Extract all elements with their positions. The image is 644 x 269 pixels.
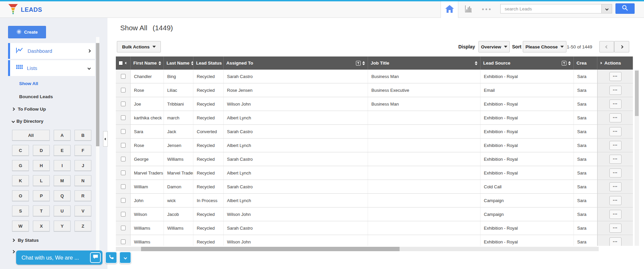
- row-actions-button[interactable]: •••: [609, 141, 622, 150]
- horizontal-scrollbar[interactable]: [116, 247, 599, 251]
- directory-letter-z[interactable]: Z: [75, 221, 91, 231]
- table-row[interactable]: Sara Jack Converted Sarah Castro Exhibit…: [116, 125, 633, 139]
- column-header-lead-source[interactable]: Lead Source: [480, 56, 574, 70]
- sidebar-section-collapsed[interactable]: [12, 251, 14, 253]
- vertical-scrollbar-thumb[interactable]: [635, 71, 639, 116]
- home-button[interactable]: [441, 1, 458, 18]
- row-actions-button[interactable]: •••: [609, 182, 622, 191]
- reports-button[interactable]: [463, 4, 473, 14]
- row-actions-button[interactable]: •••: [609, 224, 622, 233]
- directory-letter-u[interactable]: U: [54, 205, 71, 216]
- directory-letter-t[interactable]: T: [33, 205, 50, 216]
- filter-icon[interactable]: [562, 61, 566, 66]
- table-row[interactable]: George Williams Recycled Sarah Castro Ex…: [116, 152, 633, 166]
- chat-phone-button[interactable]: [105, 252, 117, 264]
- sidebar-item-bounced-leads[interactable]: Bounced Leads: [19, 94, 53, 99]
- sidebar-section-by-directory[interactable]: By Directory: [12, 119, 43, 124]
- row-actions-button[interactable]: •••: [609, 113, 622, 122]
- chat-minimize-button[interactable]: [119, 252, 131, 264]
- next-page-button[interactable]: [614, 41, 629, 52]
- directory-letter-j[interactable]: J: [75, 160, 91, 171]
- table-row[interactable]: Joe Tribbiani Recycled Wilson John Busin…: [116, 97, 633, 111]
- scroll-left-icon[interactable]: [125, 62, 127, 64]
- column-header-first-name[interactable]: First Name: [131, 56, 164, 70]
- select-all-checkbox[interactable]: [119, 61, 123, 65]
- row-actions-button[interactable]: •••: [609, 86, 622, 95]
- directory-letter-p[interactable]: P: [33, 190, 50, 201]
- sidebar-item-lists[interactable]: Lists: [8, 60, 95, 76]
- horizontal-scrollbar-thumb[interactable]: [141, 247, 400, 251]
- sort-icon[interactable]: [475, 61, 477, 65]
- sidebar-scrollbar-thumb[interactable]: [96, 43, 99, 146]
- search-scope-dropdown[interactable]: [602, 4, 612, 13]
- table-row[interactable]: William Damon Recycled Sarah Castro Cold…: [116, 180, 633, 194]
- directory-letter-g[interactable]: G: [12, 160, 29, 171]
- row-checkbox[interactable]: [121, 170, 126, 175]
- previous-page-button[interactable]: [599, 41, 614, 52]
- column-header-created-truncated[interactable]: Crea: [574, 56, 597, 70]
- create-button[interactable]: Create: [8, 26, 46, 38]
- directory-letter-i[interactable]: I: [54, 160, 71, 171]
- search-button[interactable]: [615, 3, 635, 14]
- directory-letter-d[interactable]: D: [33, 145, 50, 156]
- sidebar-section-by-status[interactable]: By Status: [12, 238, 39, 243]
- row-checkbox[interactable]: [121, 74, 126, 79]
- table-row[interactable]: John wick In Process Albert Lynch Campai…: [116, 194, 633, 207]
- directory-letter-o[interactable]: O: [12, 190, 29, 201]
- directory-letter-l[interactable]: L: [33, 175, 50, 186]
- sort-icon[interactable]: [191, 61, 193, 65]
- sort-icon[interactable]: [568, 61, 571, 65]
- row-checkbox[interactable]: [121, 157, 126, 161]
- bulk-actions-button[interactable]: Bulk Actions: [117, 41, 161, 52]
- directory-letter-v[interactable]: V: [75, 205, 91, 216]
- directory-letter-h[interactable]: H: [33, 160, 50, 171]
- table-row[interactable]: Chandler Bing Recycled Sarah Castro Busi…: [116, 70, 633, 83]
- table-row[interactable]: Wilson Jacob Recycled Wilson John Campai…: [116, 207, 633, 221]
- row-actions-button[interactable]: •••: [609, 196, 622, 205]
- search-input[interactable]: [500, 4, 602, 13]
- column-header-job-title[interactable]: Job Title: [368, 56, 480, 70]
- directory-letter-r[interactable]: R: [75, 190, 91, 201]
- row-checkbox[interactable]: [121, 143, 126, 148]
- directory-letter-w[interactable]: W: [12, 221, 29, 231]
- row-checkbox[interactable]: [121, 212, 126, 217]
- sidebar-scrollbar[interactable]: [96, 37, 99, 252]
- sort-icon[interactable]: [362, 61, 365, 65]
- row-checkbox[interactable]: [121, 239, 126, 244]
- directory-letter-f[interactable]: F: [75, 145, 91, 156]
- directory-letter-k[interactable]: K: [12, 175, 29, 186]
- row-checkbox[interactable]: [121, 102, 126, 106]
- sort-icon[interactable]: [158, 61, 161, 65]
- table-row[interactable]: Williams Recycled Wilson John Exhibition…: [116, 235, 633, 246]
- sidebar-item-dashboard[interactable]: Dashboard: [8, 43, 95, 59]
- table-row[interactable]: Marvel Traders Marvel Traders Recycled A…: [116, 166, 633, 180]
- directory-letter-m[interactable]: M: [54, 175, 71, 186]
- table-row[interactable]: karthika check march Recycled Albert Lyn…: [116, 111, 633, 125]
- select-all-header[interactable]: [116, 56, 131, 70]
- directory-letter-e[interactable]: E: [54, 145, 71, 156]
- directory-letter-n[interactable]: N: [75, 175, 91, 186]
- directory-letter-a[interactable]: A: [54, 130, 71, 141]
- sidebar-section-to-follow-up[interactable]: To Follow Up: [12, 107, 46, 112]
- row-checkbox[interactable]: [121, 129, 126, 134]
- scroll-right-icon[interactable]: [600, 62, 602, 64]
- sort-dropdown[interactable]: Please Choose: [523, 41, 566, 52]
- column-header-lead-status[interactable]: Lead Status: [193, 56, 224, 70]
- directory-letter-x[interactable]: X: [33, 221, 50, 231]
- row-checkbox[interactable]: [121, 184, 126, 189]
- directory-letter-c[interactable]: C: [12, 145, 29, 156]
- row-checkbox[interactable]: [121, 88, 126, 92]
- chat-bubble-button[interactable]: [90, 252, 101, 263]
- table-row[interactable]: Rose Liliac Recycled Rose Jensen Busines…: [116, 83, 633, 97]
- display-dropdown[interactable]: Overview: [478, 41, 510, 52]
- row-actions-button[interactable]: •••: [609, 127, 622, 136]
- sidebar-item-show-all[interactable]: Show All: [19, 81, 38, 86]
- table-row[interactable]: Rose Jensen Recycled Albert Lynch Exhibi…: [116, 139, 633, 152]
- row-actions-button[interactable]: •••: [609, 237, 622, 246]
- directory-letter-all[interactable]: All: [12, 130, 50, 141]
- vertical-scrollbar[interactable]: [635, 70, 639, 246]
- row-checkbox[interactable]: [121, 198, 126, 203]
- column-header-last-name[interactable]: Last Name: [164, 56, 193, 70]
- sidebar-collapse-handle[interactable]: [103, 131, 108, 147]
- directory-letter-y[interactable]: Y: [54, 221, 71, 231]
